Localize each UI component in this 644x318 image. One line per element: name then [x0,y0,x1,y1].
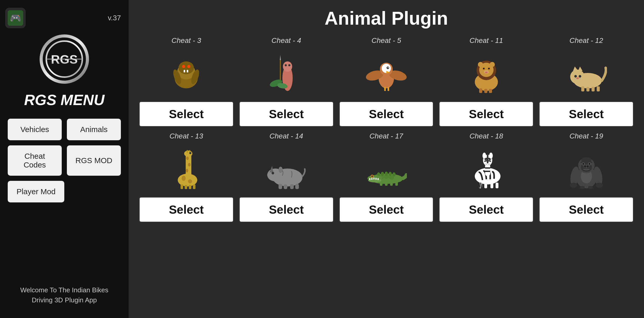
select-cheat19-button[interactable]: Select [539,197,634,222]
version-text: v.37 [108,14,123,22]
svg-rect-57 [581,86,584,91]
svg-rect-75 [193,184,195,189]
svg-rect-106 [395,182,398,186]
animal-card-cheat4: Cheat - 4 [239,36,334,127]
main-content: Animal Plugin Cheat - 3 [129,0,644,318]
animal-card-cheat13: Cheat - 13 [139,132,234,222]
animals-button[interactable]: Animals [67,119,121,140]
svg-point-43 [488,68,490,69]
svg-rect-104 [385,182,388,186]
svg-rect-84 [295,184,299,189]
svg-point-37 [490,62,495,67]
svg-point-8 [178,61,194,74]
cheat-codes-button[interactable]: Cheat Codes [8,145,62,176]
menu-title: RGS MENU [24,91,105,108]
svg-point-36 [478,62,483,67]
svg-rect-59 [592,87,595,91]
svg-rect-58 [586,87,589,91]
svg-point-10 [187,65,190,68]
svg-point-67 [188,179,192,183]
svg-point-17 [285,64,287,66]
svg-point-133 [587,165,589,167]
svg-point-126 [570,183,577,188]
select-cheat5-button[interactable]: Select [339,101,434,127]
animal-card-cheat17: Cheat - 17 [339,132,434,222]
svg-rect-32 [388,87,389,91]
svg-rect-96 [369,178,370,180]
cheat-19-label: Cheat - 19 [569,132,603,140]
page-title: Animal Plugin [139,8,634,29]
svg-rect-60 [597,86,600,91]
svg-point-71 [189,152,191,154]
svg-point-48 [570,70,585,84]
svg-point-62 [186,156,189,160]
svg-point-30 [388,67,389,68]
select-cheat11-button[interactable]: Select [439,101,534,127]
svg-rect-69 [187,150,188,153]
svg-rect-83 [290,184,294,189]
cheat-3-image [139,47,234,99]
svg-marker-20 [280,55,281,60]
animal-row-2: Cheat - 13 [139,132,634,222]
select-cheat18-button[interactable]: Select [439,197,534,222]
cheat-11-label: Cheat - 11 [469,36,503,45]
svg-rect-100 [378,178,379,180]
svg-rect-119 [484,183,487,188]
animal-card-cheat12: Cheat - 12 [539,36,634,127]
svg-point-64 [186,169,188,172]
cheat-5-label: Cheat - 5 [371,36,401,45]
svg-point-9 [182,65,185,68]
svg-rect-105 [390,182,393,186]
svg-rect-44 [479,88,482,93]
svg-point-114 [485,158,487,160]
cheat-18-image [439,143,534,194]
select-cheat13-button[interactable]: Select [139,197,234,222]
svg-point-80 [279,167,283,173]
welcome-text: Welcome To The Indian Bikes Driving 3D P… [20,285,109,310]
svg-point-18 [288,64,290,66]
svg-rect-97 [371,178,372,180]
cheat-12-label: Cheat - 12 [569,36,603,45]
cheat-14-label: Cheat - 14 [270,132,303,140]
cheat-17-label: Cheat - 17 [370,132,403,140]
svg-point-56 [580,78,581,79]
svg-rect-12 [187,70,188,72]
svg-rect-81 [279,184,282,189]
animal-row-1: Cheat - 3 [139,36,634,127]
svg-point-91 [385,172,388,176]
select-cheat14-button[interactable]: Select [239,197,334,222]
svg-point-136 [583,163,584,165]
cheat-17-image [339,143,434,194]
svg-point-93 [392,172,396,176]
svg-point-117 [488,164,490,165]
select-cheat3-button[interactable]: Select [139,101,234,127]
svg-point-42 [483,68,485,69]
app-icon: 🎮 [5,8,26,28]
player-mod-button[interactable]: Player Mod [8,181,64,202]
player-mod-row: Player Mod [5,181,123,202]
select-cheat12-button[interactable]: Select [539,101,634,127]
cheat-5-image [339,47,434,99]
svg-point-116 [486,164,487,165]
select-cheat4-button[interactable]: Select [239,101,334,127]
svg-point-111 [482,153,486,159]
cheat-13-image [139,143,234,194]
cheat-3-label: Cheat - 3 [172,36,201,45]
svg-point-102 [371,175,373,177]
svg-rect-103 [380,182,382,186]
svg-point-115 [489,158,491,160]
svg-rect-31 [384,87,386,91]
vehicles-button[interactable]: Vehicles [8,119,62,140]
sidebar-top: 🎮 v.37 [5,8,123,28]
animal-card-cheat3: Cheat - 3 [139,36,234,127]
svg-rect-46 [489,89,492,93]
select-cheat17-button[interactable]: Select [339,197,434,222]
svg-point-92 [389,172,392,176]
cheat-14-image [239,143,334,194]
cheat-4-image [239,47,334,99]
svg-rect-45 [484,89,487,93]
rgs-mod-button[interactable]: RGS MOD [67,145,121,176]
animal-card-cheat14: Cheat - 14 [239,132,334,222]
svg-rect-120 [490,183,493,188]
animal-card-cheat5: Cheat - 5 [339,36,434,127]
